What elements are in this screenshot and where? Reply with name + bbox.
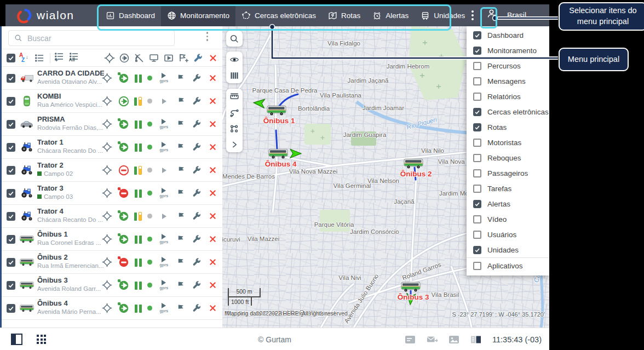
locate-unit-icon[interactable] (102, 73, 112, 83)
locate-unit-icon[interactable] (102, 211, 112, 221)
no-signal-icon[interactable] (134, 53, 145, 64)
list-view-icon[interactable] (34, 53, 45, 64)
select-all-checkbox[interactable] (7, 54, 15, 62)
locate-unit-icon[interactable] (102, 188, 112, 198)
follow-units-icon[interactable] (119, 53, 130, 64)
search-input[interactable] (26, 33, 174, 43)
nav-tab[interactable]: Rotas (322, 4, 366, 26)
track-route-icon[interactable] (226, 105, 243, 121)
locate-unit-icon[interactable] (102, 234, 112, 244)
unit-checkbox[interactable] (7, 97, 15, 106)
menu-item[interactable]: Motoristas (467, 135, 549, 150)
unit-row[interactable]: Ônibus 1 Rua Coronel Esdras ... (0, 228, 222, 251)
points-group-icon[interactable] (226, 121, 243, 136)
nav-tab[interactable]: Dashboard (100, 4, 161, 26)
menu-item[interactable]: Vídeo (467, 211, 549, 227)
unit-row[interactable]: KOMBI Rua Américo Vespúci... (0, 90, 222, 113)
menu-checkbox[interactable] (473, 200, 481, 208)
menu-checkbox[interactable] (473, 62, 481, 70)
menu-checkbox[interactable] (473, 77, 481, 85)
locate-unit-icon[interactable] (102, 303, 112, 313)
unit-checkbox[interactable] (7, 143, 15, 152)
unit-properties-wrench-icon[interactable] (192, 73, 202, 83)
show-all-list-icon[interactable]: All (68, 53, 79, 64)
menu-checkbox[interactable] (473, 215, 481, 223)
menu-checkbox[interactable] (473, 47, 481, 55)
unit-row[interactable]: Ônibus 4 Avenida Mário Perna... (0, 297, 222, 320)
locate-unit-icon[interactable] (102, 119, 112, 129)
unit-checkbox[interactable] (7, 258, 15, 267)
unit-row[interactable]: Ônibus 3 Avenida Roland Garr... (0, 274, 222, 297)
properties-wrench-icon[interactable] (193, 53, 204, 64)
remove-unit-icon[interactable] (208, 257, 218, 267)
unit-properties-wrench-icon[interactable] (192, 257, 202, 267)
menu-checkbox[interactable] (473, 262, 481, 270)
menu-item[interactable]: Reboques (467, 150, 549, 165)
remove-unit-icon[interactable] (208, 165, 218, 175)
menu-checkbox[interactable] (473, 185, 481, 193)
remove-unit-icon[interactable] (208, 211, 218, 221)
expand-chevron-icon[interactable] (226, 136, 243, 152)
flag-events-icon[interactable] (176, 165, 187, 175)
unit-row[interactable]: Trator 2 Campo 02 gpr (0, 159, 222, 182)
unit-row[interactable]: PRISMA Rodovia Fernão Dias,... (0, 113, 222, 136)
remove-unit-icon[interactable] (208, 188, 218, 198)
remove-unit-icon[interactable] (208, 96, 218, 106)
remove-unit-icon[interactable] (208, 119, 218, 129)
remove-unit-icon[interactable] (208, 73, 218, 83)
unit-properties-wrench-icon[interactable] (192, 142, 202, 152)
remove-unit-icon[interactable] (208, 280, 218, 290)
unit-properties-wrench-icon[interactable] (192, 303, 202, 313)
visibility-eye-icon[interactable] (226, 51, 243, 67)
panel-options-dots-icon[interactable] (206, 32, 209, 41)
unit-checkbox[interactable] (7, 304, 15, 313)
locate-unit-icon[interactable] (102, 280, 112, 290)
menu-checkbox[interactable] (473, 139, 481, 147)
unit-properties-wrench-icon[interactable] (192, 211, 202, 221)
menu-checkbox[interactable] (473, 108, 481, 116)
menu-item[interactable]: Tarefas (467, 181, 549, 196)
report-panel-icon[interactable] (470, 335, 481, 345)
video-monitor-icon[interactable] (163, 53, 174, 64)
unit-row[interactable]: Trator 4 Chácara Recanto Do ... (0, 205, 222, 228)
menu-checkbox[interactable] (473, 123, 481, 131)
unit-marker[interactable]: Ônibus 4 (268, 147, 288, 159)
unit-row[interactable]: Ônibus 2 Rua Irmã Emerencian... (0, 251, 222, 274)
locate-unit-icon[interactable] (102, 165, 112, 175)
menu-item[interactable]: Passageiros (467, 165, 549, 181)
menu-checkbox[interactable] (473, 93, 481, 101)
menu-item[interactable]: Rotas (467, 119, 549, 135)
menu-settings-dots-icon[interactable] (468, 9, 478, 21)
remove-unit-icon[interactable] (208, 303, 218, 313)
remove-all-icon[interactable] (208, 53, 219, 64)
nav-tab[interactable]: Unidades (415, 4, 471, 26)
locate-unit-icon[interactable] (102, 257, 112, 267)
menu-checkbox[interactable] (473, 31, 481, 39)
flag-events-icon[interactable] (176, 234, 186, 244)
sort-az-icon[interactable]: A Z ↓ (19, 53, 30, 64)
unit-checkbox[interactable] (7, 281, 15, 290)
unit-row[interactable]: Trator 3 Campo 03 gpr (0, 182, 222, 205)
flag-events-icon[interactable] (176, 303, 186, 313)
toggle-panel-icon[interactable] (11, 334, 22, 345)
menu-checkbox[interactable] (473, 246, 481, 254)
unit-properties-wrench-icon[interactable] (192, 165, 202, 175)
map-layers-icon[interactable] (226, 67, 243, 83)
add-to-list-icon[interactable]: + (54, 53, 65, 64)
flag-events-icon[interactable] (176, 73, 186, 83)
menu-item[interactable]: Monitoramento (467, 43, 549, 58)
unit-checkbox[interactable] (7, 189, 15, 198)
flag-events-icon[interactable] (176, 257, 186, 267)
flag-events-icon[interactable] (176, 188, 186, 198)
flag-events-icon[interactable] (176, 142, 186, 152)
unit-checkbox[interactable] (7, 166, 15, 175)
menu-item[interactable]: Dashboard (467, 27, 549, 43)
flag-events-icon[interactable] (176, 211, 187, 221)
map-search-icon[interactable] (226, 31, 243, 47)
unit-checkbox[interactable] (7, 235, 15, 244)
menu-item[interactable]: Mensagens (467, 73, 549, 89)
menu-checkbox[interactable] (473, 231, 481, 239)
menu-item[interactable]: Relatórios (467, 89, 549, 104)
unit-properties-wrench-icon[interactable] (192, 188, 202, 198)
unit-row[interactable]: Trator 1 Chácara Recanto Do ... (0, 136, 222, 159)
